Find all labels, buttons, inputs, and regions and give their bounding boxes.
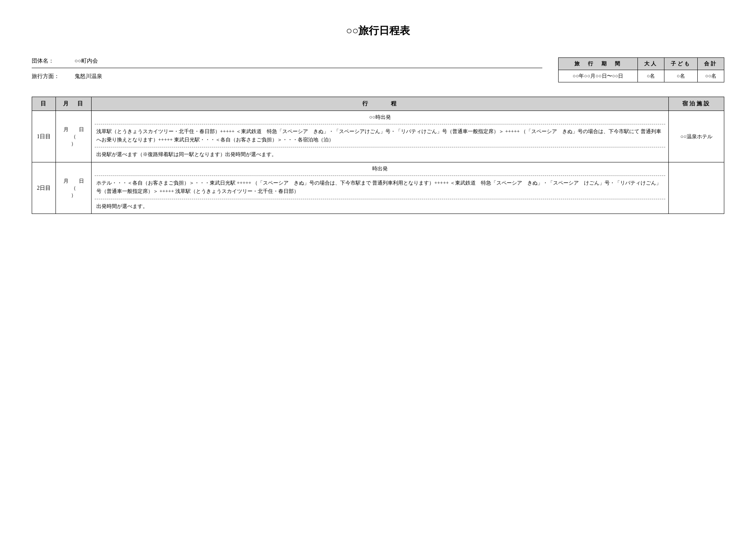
th-adults: 大人: [638, 58, 664, 70]
th-month-day: 月 日: [56, 97, 92, 111]
itinerary-cell: 時出発ホテル・・・＜各自（お客さまご負担）＞・・・東武日光駅 +++++ （「ス…: [92, 162, 669, 214]
page-title: ○○旅行日程表: [32, 24, 724, 38]
accommodation-cell: [669, 162, 724, 214]
schedule-table: 日 月 日 行 程 宿泊施設 1日目月 日（）○○時出発浅草駅（とうきょうスカイ…: [32, 97, 724, 214]
period-value: ○○年○○月○○日〜○○日: [559, 70, 638, 82]
th-period: 旅 行 期 間: [559, 58, 638, 70]
note-text: 出発時間が選べます。: [92, 199, 668, 214]
note-text: 出発駅が選べます（※復路帰着駅は同一駅となります）出発時間が選べます。: [92, 147, 668, 162]
info-right: 旅 行 期 間 大人 子ども 合計 ○○年○○月○○日〜○○日 ○名 ○名 ○○…: [558, 57, 724, 82]
th-accommodation: 宿泊施設: [669, 97, 724, 111]
th-total: 合計: [698, 58, 724, 70]
day-cell: 2日目: [32, 162, 56, 214]
date-cell: 月 日（）: [56, 162, 92, 214]
destination-row: 旅行方面： 鬼怒川温泉: [32, 73, 542, 80]
departure-time: ○○時出発: [92, 111, 668, 124]
main-itinerary-text: 浅草駅（とうきょうスカイツリー・北千住・春日部）+++++ ＜東武鉄道 特急「ス…: [92, 124, 668, 147]
group-row: 団体名： ○○町内会: [32, 57, 542, 68]
children-value: ○名: [664, 70, 698, 82]
date-cell: 月 日（）: [56, 111, 92, 162]
itinerary-cell: ○○時出発浅草駅（とうきょうスカイツリー・北千住・春日部）+++++ ＜東武鉄道…: [92, 111, 669, 162]
departure-time: 時出発: [92, 162, 668, 175]
info-left: 団体名： ○○町内会 旅行方面： 鬼怒川温泉: [32, 57, 558, 85]
day-cell: 1日目: [32, 111, 56, 162]
th-day: 日: [32, 97, 56, 111]
travel-info-table: 旅 行 期 間 大人 子ども 合計 ○○年○○月○○日〜○○日 ○名 ○名 ○○…: [558, 57, 724, 82]
group-label: 団体名：: [32, 57, 71, 65]
th-itinerary: 行 程: [92, 97, 669, 111]
main-itinerary-text: ホテル・・・＜各自（お客さまご負担）＞・・・東武日光駅 +++++ （「スペーシ…: [92, 176, 668, 199]
total-value: ○○名: [698, 70, 724, 82]
group-value: ○○町内会: [75, 57, 98, 65]
th-children: 子ども: [664, 58, 698, 70]
accommodation-cell: ○○温泉ホテル: [669, 111, 724, 162]
destination-value: 鬼怒川温泉: [75, 73, 102, 80]
table-row: 2日目月 日（）時出発ホテル・・・＜各自（お客さまご負担）＞・・・東武日光駅 +…: [32, 162, 724, 214]
adults-value: ○名: [638, 70, 664, 82]
table-row: 1日目月 日（）○○時出発浅草駅（とうきょうスカイツリー・北千住・春日部）+++…: [32, 111, 724, 162]
destination-label: 旅行方面：: [32, 73, 71, 80]
info-section: 団体名： ○○町内会 旅行方面： 鬼怒川温泉 旅 行 期 間 大人 子ども 合計…: [32, 57, 724, 85]
